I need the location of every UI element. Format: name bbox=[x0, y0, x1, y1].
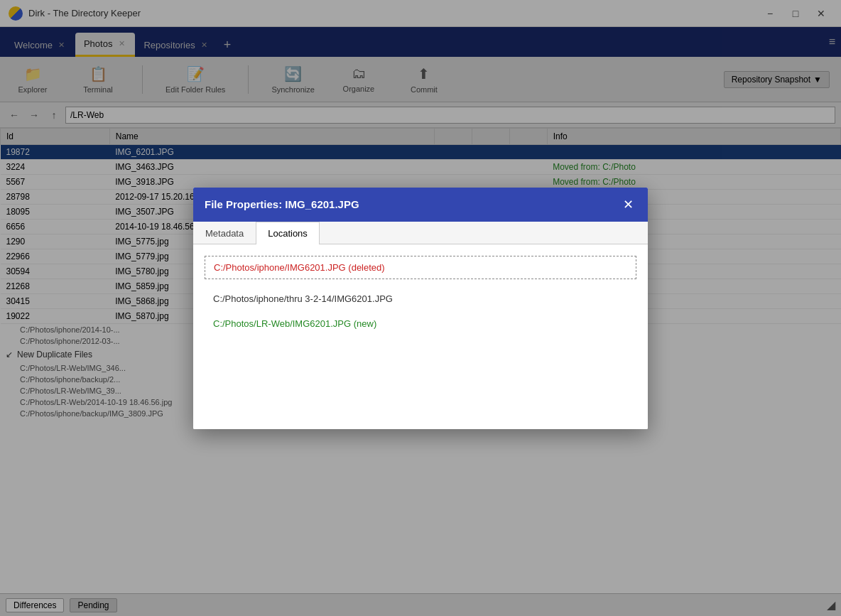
location-new-row: C:/Photos/LR-Web/IMG6201.JPG (new) bbox=[205, 313, 636, 335]
file-properties-modal: File Properties: IMG_6201.JPG ✕ Metadata… bbox=[193, 188, 648, 429]
modal-overlay: File Properties: IMG_6201.JPG ✕ Metadata… bbox=[0, 0, 841, 616]
location-normal-path: C:/Photos/iphone/thru 3-2-14/IMG6201.JPG bbox=[213, 293, 393, 304]
location-deleted-box: C:/Photos/iphone/IMG6201.JPG (deleted) bbox=[205, 256, 636, 279]
modal-header: File Properties: IMG_6201.JPG ✕ bbox=[193, 188, 648, 222]
modal-title: File Properties: IMG_6201.JPG bbox=[205, 198, 359, 210]
modal-close-button[interactable]: ✕ bbox=[619, 196, 636, 213]
modal-body: C:/Photos/iphone/IMG6201.JPG (deleted) C… bbox=[193, 244, 648, 429]
modal-tab-metadata[interactable]: Metadata bbox=[193, 222, 256, 244]
location-deleted-path: C:/Photos/iphone/IMG6201.JPG (deleted) bbox=[214, 262, 385, 273]
modal-tab-locations[interactable]: Locations bbox=[256, 222, 320, 244]
location-normal-row: C:/Photos/iphone/thru 3-2-14/IMG6201.JPG bbox=[205, 288, 636, 310]
location-new-path: C:/Photos/LR-Web/IMG6201.JPG (new) bbox=[213, 318, 376, 329]
modal-tab-bar: Metadata Locations bbox=[193, 222, 648, 244]
